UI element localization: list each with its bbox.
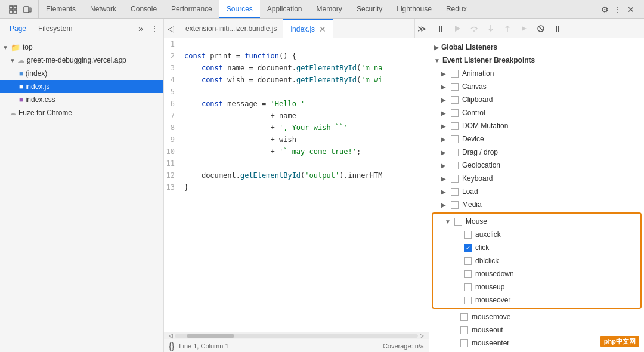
checkbox-mousedown[interactable] [464, 270, 472, 278]
left-panel-menu-icon[interactable]: ⋮ [150, 24, 159, 33]
tree-item-index[interactable]: ■ (index) [0, 67, 163, 80]
checkbox-mouseout[interactable] [460, 326, 468, 334]
checkbox-device[interactable] [451, 135, 459, 143]
svg-rect-1 [14, 6, 17, 9]
checkbox-mouseup[interactable] [464, 283, 472, 291]
tab-redux[interactable]: Redux [439, 0, 474, 18]
tab-memory[interactable]: Memory [309, 0, 349, 18]
global-listeners-label: Global Listeners [441, 43, 497, 51]
format-icon[interactable]: {} [169, 341, 174, 351]
more-options-icon[interactable]: ⋮ [612, 4, 624, 16]
pause-button[interactable]: ⏸ [434, 22, 447, 35]
step-button[interactable] [518, 22, 531, 35]
horizontal-scrollbar[interactable]: ◁ ▷ [164, 332, 429, 339]
group-animation[interactable]: ▶ Animation [429, 67, 644, 80]
inspect-icon[interactable] [7, 4, 19, 16]
code-line-8: 8 + ', Your wish ``' [164, 122, 429, 134]
sub-click[interactable]: ✓ click [433, 241, 640, 254]
sub-mousedown[interactable]: mousedown [433, 267, 640, 280]
tab-network[interactable]: Network [83, 0, 123, 18]
checkbox-keyboard[interactable] [451, 175, 459, 183]
group-mouse[interactable]: ▼ Mouse [433, 215, 640, 228]
event-listener-panel[interactable]: ▶ Global Listeners ▼ Event Listener Brea… [429, 38, 644, 352]
checkbox-mousemove[interactable] [460, 313, 468, 321]
group-drag-drop[interactable]: ▶ Drag / drop [429, 146, 644, 159]
checkbox-canvas[interactable] [451, 83, 459, 91]
step-into-button[interactable] [484, 22, 497, 35]
editor-tab-indexjs[interactable]: index.js ✕ [283, 19, 333, 38]
group-geolocation[interactable]: ▶ Geolocation [429, 159, 644, 172]
svg-rect-3 [14, 10, 17, 13]
step-over-button[interactable] [467, 22, 481, 35]
settings-icon[interactable]: ⚙ [599, 4, 611, 16]
tree-item-top[interactable]: ▼ 📁 top [0, 41, 163, 54]
event-listener-breakpoints-header[interactable]: ▼ Event Listener Breakpoints [429, 54, 644, 67]
checkbox-clipboard[interactable] [451, 96, 459, 104]
tab-security[interactable]: Security [349, 0, 389, 18]
editor-tab-bundle[interactable]: extension-initi...izer.bundle.js [178, 19, 283, 38]
checkbox-dom-mutation[interactable] [451, 122, 459, 130]
watermark: php中文网 [600, 336, 639, 347]
coverage-info: Coverage: n/a [383, 342, 424, 350]
deactivate-button[interactable] [534, 22, 547, 35]
checkbox-auxclick[interactable] [464, 231, 472, 239]
sub-dblclick[interactable]: dblclick [433, 254, 640, 267]
left-tab-page[interactable]: Page [5, 19, 31, 38]
debugger-toolbar: ⏸ ⏸ [429, 19, 644, 38]
group-device[interactable]: ▶ Device [429, 132, 644, 146]
tab-sources[interactable]: Sources [219, 0, 260, 18]
group-dom-mutation[interactable]: ▶ DOM Mutation [429, 119, 644, 132]
checkbox-drag-drop[interactable] [451, 149, 459, 156]
code-line-7: 7 + name [164, 110, 429, 122]
left-panel-more-icon[interactable]: » [138, 24, 143, 33]
tree-item-fuze[interactable]: ☁ Fuze for Chrome [0, 106, 163, 119]
checkbox-click[interactable]: ✓ [464, 244, 472, 252]
checkbox-geolocation[interactable] [451, 162, 459, 169]
checkbox-dblclick[interactable] [464, 257, 472, 265]
checkbox-mouse[interactable] [454, 218, 462, 226]
global-listeners-header[interactable]: ▶ Global Listeners [429, 41, 644, 54]
editor-tab-close-icon[interactable]: ✕ [318, 25, 327, 33]
tree-item-indexcss[interactable]: ■ index.css [0, 93, 163, 106]
file-icon-index: ■ [19, 70, 23, 77]
sub-mouseover[interactable]: mouseover [433, 294, 640, 307]
group-control[interactable]: ▶ Control [429, 106, 644, 119]
group-canvas[interactable]: ▶ Canvas [429, 80, 644, 93]
group-mousemove[interactable]: mousemove [429, 310, 644, 323]
checkbox-mouseover[interactable] [464, 297, 472, 304]
checkbox-animation[interactable] [451, 70, 459, 78]
tree-item-indexjs[interactable]: ■ index.js [0, 80, 163, 93]
checkbox-load[interactable] [451, 188, 459, 196]
tab-elements[interactable]: Elements [39, 0, 83, 18]
resume-button[interactable] [451, 22, 464, 35]
group-keyboard[interactable]: ▶ Keyboard [429, 172, 644, 185]
tab-performance[interactable]: Performance [164, 0, 219, 18]
mouse-highlight-box: ▼ Mouse auxclick ✓ click [432, 212, 642, 309]
pause-on-exceptions-button[interactable]: ⏸ [551, 22, 564, 35]
editor-tab-more-icon[interactable]: ≫ [414, 19, 429, 38]
group-media[interactable]: ▶ Media [429, 198, 644, 211]
group-mouseleave[interactable]: mouseleave [429, 350, 644, 352]
scroll-track[interactable] [175, 334, 418, 338]
checkbox-mouseenter[interactable] [460, 339, 468, 347]
close-devtools-icon[interactable]: ✕ [625, 4, 637, 16]
device-icon[interactable] [21, 4, 33, 16]
top-tab-right-icons: ⚙ ⋮ ✕ [594, 4, 642, 16]
step-out-button[interactable] [501, 22, 514, 35]
tree-item-greet[interactable]: ▼ ☁ greet-me-debugging.vercel.app [0, 54, 163, 67]
sub-auxclick[interactable]: auxclick [433, 228, 640, 241]
tab-application[interactable]: Application [260, 0, 309, 18]
tab-lighthouse[interactable]: Lighthouse [389, 0, 439, 18]
scroll-thumb[interactable] [187, 334, 234, 338]
checkbox-media[interactable] [451, 201, 459, 209]
editor-tab-back-icon[interactable]: ◁ [164, 19, 178, 38]
group-mouseout[interactable]: mouseout [429, 323, 644, 336]
group-clipboard[interactable]: ▶ Clipboard [429, 93, 644, 106]
group-load[interactable]: ▶ Load [429, 185, 644, 198]
tab-console[interactable]: Console [123, 0, 164, 18]
sub-mouseup[interactable]: mouseup [433, 280, 640, 294]
checkbox-control[interactable] [451, 109, 459, 117]
code-line-13: 13 } [164, 181, 429, 193]
left-tab-filesystem[interactable]: Filesystem [33, 19, 77, 38]
code-editor[interactable]: 1 2 const print = function() { 3 const n… [164, 38, 429, 332]
